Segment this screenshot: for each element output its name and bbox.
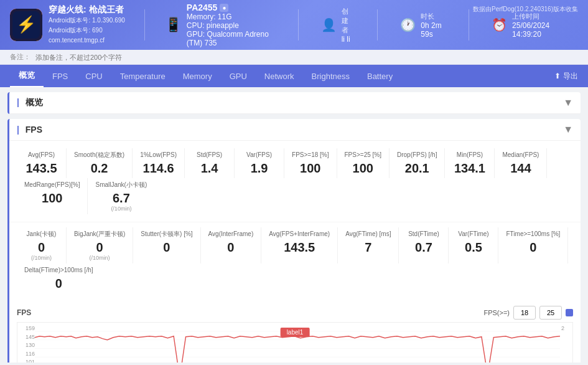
divider-1 xyxy=(144,9,145,40)
stat-item: Min(FPS) 134.1 xyxy=(445,148,495,178)
stat-value: 0 xyxy=(141,240,192,255)
tab-battery[interactable]: Battery xyxy=(358,67,401,86)
stat-sub: (/10min) xyxy=(24,255,58,261)
stat-item: FPS>=18 [%] 100 xyxy=(284,148,337,178)
note-label: 备注： xyxy=(10,52,30,62)
stat-value: 0 xyxy=(208,240,254,255)
stat-item: Var(FTime) 0.5 xyxy=(449,227,498,263)
threshold1-input[interactable] xyxy=(513,306,536,320)
app-icon: ⚡ xyxy=(10,9,42,41)
stat-name: FPS>=18 [%] xyxy=(292,151,329,159)
export-button[interactable]: ⬆ 导出 xyxy=(554,71,578,82)
clock-icon: 🕐 xyxy=(400,17,416,32)
note-input[interactable] xyxy=(35,54,578,61)
stat-value: 0 xyxy=(74,240,125,255)
app-info: ⚡ 穿越火线: 枪战王者 Android版本号: 1.0.390.690 And… xyxy=(10,4,134,45)
tab-overview[interactable]: 概览 xyxy=(10,65,44,87)
device-cpu: CPU: pineapple xyxy=(187,21,278,30)
tab-network[interactable]: Network xyxy=(256,67,303,86)
stat-value: 20.1 xyxy=(397,161,437,176)
y-axis-left: 159145130116101 877258432914 xyxy=(17,323,35,363)
tab-memory[interactable]: Memory xyxy=(174,67,221,86)
overview-header: | 概览 ▼ xyxy=(9,92,581,114)
tab-bar: 概览 FPS CPU Temperature Memory GPU Networ… xyxy=(0,65,588,87)
stat-value: 1.9 xyxy=(242,161,276,176)
fps-chart-container: FPS FPS(>=) label1 159145130116101 87725… xyxy=(9,301,581,363)
creator-stat: 👤 创建者 li li xyxy=(309,7,368,44)
upload-stat: ⏰ 上传时间 25/06/2024 14:39:20 xyxy=(479,12,578,39)
stat-value: 0 xyxy=(506,240,560,255)
stat-item: Std(FTime) 0.7 xyxy=(399,227,449,263)
creator-val: li li xyxy=(342,35,355,44)
stat-name: FTime>=100ms [%] xyxy=(506,230,560,238)
stat-item: Avg(FPS+InterFrame) 143.5 xyxy=(261,227,338,263)
stat-name: Avg(FPS+InterFrame) xyxy=(269,230,330,238)
stat-value: 143.5 xyxy=(24,161,58,176)
fps-label-tag: label1 xyxy=(281,328,310,337)
stat-value: 143.5 xyxy=(269,240,330,255)
stat-value: 134.1 xyxy=(452,161,487,176)
stat-item: Avg(InterFrame) 0 xyxy=(201,227,262,263)
overview-section: | 概览 ▼ xyxy=(7,92,581,114)
chart-title-label: FPS xyxy=(17,308,31,317)
export-icon: ⬆ xyxy=(554,72,561,80)
main-content: | 概览 ▼ | FPS ▼ Avg(FPS) 143.5 Smooth(稳定系… xyxy=(0,87,588,363)
phone-icon: 📱 xyxy=(165,17,182,33)
chart-controls: FPS(>=) xyxy=(483,306,573,320)
stat-value: 114.6 xyxy=(140,161,177,176)
stat-name: Var(FPS) xyxy=(242,151,276,159)
tab-brightness[interactable]: Brightness xyxy=(303,67,358,86)
app-name: 穿越火线: 枪战王者 xyxy=(49,4,125,16)
stat-value: 0.5 xyxy=(456,240,490,255)
upload-val: 25/06/2024 14:39:20 xyxy=(512,21,566,39)
divider-4 xyxy=(469,9,469,40)
fps-stats-row1: Avg(FPS) 143.5 Smooth(稳定系数) 0.2 1%Low(FP… xyxy=(9,141,581,222)
stat-name: Delta(FTime)>100ms [/h] xyxy=(24,266,93,274)
tab-fps[interactable]: FPS xyxy=(44,67,77,86)
stat-name: Avg(FTime) [ms] xyxy=(345,230,391,238)
stat-name: Stutter(卡顿率) [%] xyxy=(141,230,192,238)
duration-stat: 🕐 时长 0h 2m 59s xyxy=(388,12,459,39)
duration-label: 时长 xyxy=(421,12,446,21)
tab-temperature[interactable]: Temperature xyxy=(111,67,174,86)
export-label: 导出 xyxy=(563,71,578,82)
stat-item: Stutter(卡顿率) [%] 0 xyxy=(133,227,200,263)
fps-section: | FPS ▼ Avg(FPS) 143.5 Smooth(稳定系数) 0.2 … xyxy=(7,119,581,363)
fps-stats-row2: Jank(卡顿) 0 (/10min) BigJank(严重卡顿) 0 (/10… xyxy=(9,222,581,301)
app-package: com.tencent.tmgp.cf xyxy=(49,36,125,45)
tab-cpu[interactable]: CPU xyxy=(77,67,111,86)
stat-item: Avg(FTime) [ms] 7 xyxy=(338,227,399,263)
stat-item: BigJank(严重卡顿) 0 (/10min) xyxy=(67,227,133,263)
stat-name: Std(FTime) xyxy=(406,230,441,238)
stat-item: Var(FPS) 1.9 xyxy=(235,148,284,178)
device-name: PA2455 xyxy=(187,2,218,12)
device-info: 📱 PA2455 ● Memory: 11G CPU: pineapple GP… xyxy=(155,2,288,47)
stat-item: FPS>=25 [%] 100 xyxy=(337,148,390,178)
stat-item: MedRange(FPS)[%] 100 xyxy=(17,178,88,214)
upload-icon: ⏰ xyxy=(492,17,507,32)
stat-value: 100 xyxy=(292,161,329,176)
stat-item: FTime>=100ms [%] 0 xyxy=(498,227,568,263)
stat-value: 7 xyxy=(345,240,391,255)
threshold2-input[interactable] xyxy=(539,306,562,320)
fps-collapse-btn[interactable]: ▼ xyxy=(563,124,573,135)
stat-value: 100 xyxy=(24,191,80,206)
stat-name: Min(FPS) xyxy=(452,151,487,159)
note-bar: 备注： xyxy=(0,50,588,65)
device-memory: Memory: 11G xyxy=(187,12,278,21)
user-icon: 👤 xyxy=(321,17,337,32)
stat-value: 0.2 xyxy=(74,161,124,176)
stat-name: SmallJank(小卡顿) xyxy=(95,181,147,189)
tab-gpu[interactable]: GPU xyxy=(221,67,256,86)
stat-item: SmallJank(小卡顿) 6.7 (/10min) xyxy=(88,178,154,214)
upload-label: 上传时间 xyxy=(512,12,566,21)
svg-text:⚡: ⚡ xyxy=(16,14,37,34)
stat-item: Median(FPS) 144 xyxy=(495,148,547,178)
overview-collapse-btn[interactable]: ▼ xyxy=(563,97,573,108)
stat-name: MedRange(FPS)[%] xyxy=(24,181,80,189)
stat-value: 0 xyxy=(24,240,58,255)
chart-header: FPS FPS(>=) xyxy=(17,306,573,320)
stat-value: 1.4 xyxy=(192,161,226,176)
stat-item: Drop(FPS) [/h] 20.1 xyxy=(390,148,445,178)
stat-name: Median(FPS) xyxy=(502,151,539,159)
